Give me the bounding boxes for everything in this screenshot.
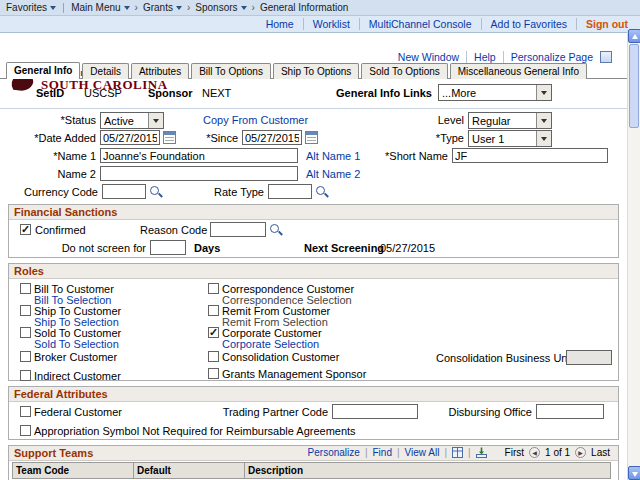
sponsor-general-information-page: Favorites Main Menu Grants Sponsors Gene…	[0, 0, 640, 480]
reason-code-input[interactable]	[210, 222, 266, 237]
confirmed-checkbox[interactable]	[20, 224, 31, 235]
grid-bar-divider: |	[444, 447, 447, 458]
status-value: Active	[101, 115, 148, 127]
breadcrumb-sponsors[interactable]: Sponsors	[195, 2, 246, 13]
tab-attributes[interactable]: Attributes	[131, 63, 189, 79]
indirect-customer-checkbox[interactable]	[20, 370, 31, 381]
rate-type-lookup-icon[interactable]	[315, 185, 328, 198]
scroll-up-icon[interactable]	[628, 29, 640, 43]
alt-name1-link[interactable]: Alt Name 1	[306, 150, 360, 162]
date-added-label: *Date Added	[18, 132, 96, 144]
setid-value: USCSP	[84, 87, 122, 99]
download-icon[interactable]	[476, 447, 487, 458]
column-header-team-code[interactable]: Team Code	[12, 462, 134, 479]
general-info-links-select[interactable]: ...More	[438, 84, 552, 101]
add-to-favorites-link[interactable]: Add to Favorites	[481, 18, 567, 30]
main-menu[interactable]: Main Menu	[71, 2, 129, 13]
sold-to-selection-link[interactable]: Sold To Selection	[34, 338, 119, 350]
grants-management-sponsor-label: Grants Management Sponsor	[222, 368, 366, 380]
calendar-icon[interactable]	[305, 131, 318, 144]
sponsor-value: NEXT	[202, 87, 231, 99]
select-arrow-icon	[148, 113, 163, 128]
tab-misc-general-info[interactable]: Miscellaneous General Info	[450, 63, 587, 79]
scrollbar-thumb[interactable]	[629, 44, 639, 128]
favorites-label: Favorites	[6, 2, 47, 13]
grants-management-sponsor-checkbox[interactable]	[208, 368, 219, 379]
page-menu-icon[interactable]	[600, 51, 612, 63]
grid-bar-divider: |	[397, 447, 400, 458]
corporate-selection-link[interactable]: Corporate Selection	[222, 338, 319, 350]
rate-type-label: Rate Type	[204, 186, 264, 198]
main-menu-label: Main Menu	[71, 2, 120, 13]
alt-name2-link[interactable]: Alt Name 2	[306, 168, 360, 180]
breadcrumb-current-page: General Information	[260, 2, 348, 13]
personalize-link[interactable]: Personalize	[308, 447, 360, 458]
tab-sold-to-options[interactable]: Sold To Options	[361, 63, 447, 79]
appropriation-symbol-label: Appropriation Symbol Not Required for Re…	[34, 425, 356, 437]
grid-bar-divider: |	[365, 447, 368, 458]
calendar-icon[interactable]	[163, 131, 176, 144]
federal-customer-checkbox[interactable]	[20, 406, 31, 417]
date-added-input[interactable]	[100, 130, 160, 145]
select-arrow-icon	[536, 113, 551, 128]
trading-partner-code-label: Trading Partner Code	[210, 406, 328, 418]
reason-code-lookup-icon[interactable]	[269, 223, 282, 236]
setid-label: SetID	[36, 87, 64, 99]
breadcrumb-grants[interactable]: Grants	[143, 2, 182, 13]
sold-to-customer-checkbox[interactable]	[20, 327, 31, 338]
trading-partner-code-input[interactable]	[332, 404, 418, 419]
find-link[interactable]: Find	[372, 447, 391, 458]
appropriation-symbol-checkbox[interactable]	[20, 425, 31, 436]
next-screening-label: Next Screening	[304, 242, 384, 254]
currency-lookup-icon[interactable]	[149, 185, 162, 198]
vertical-scrollbar[interactable]	[627, 29, 640, 480]
name2-label: Name 2	[30, 168, 96, 180]
worklist-link[interactable]: Worklist	[303, 18, 350, 30]
column-header-description[interactable]: Description	[244, 462, 611, 479]
bill-to-customer-checkbox[interactable]	[20, 283, 31, 294]
short-name-input[interactable]	[452, 148, 608, 163]
tab-bill-to-options[interactable]: Bill To Options	[191, 63, 271, 79]
zoom-grid-icon[interactable]	[452, 447, 463, 458]
since-input[interactable]	[242, 130, 302, 145]
disbursing-office-input[interactable]	[536, 404, 604, 419]
status-select[interactable]: Active	[100, 112, 164, 129]
federal-attributes-title: Federal Attributes	[14, 388, 108, 400]
tab-ship-to-options[interactable]: Ship To Options	[273, 63, 359, 79]
broker-customer-checkbox[interactable]	[20, 351, 31, 362]
consolidation-customer-checkbox[interactable]	[208, 351, 219, 362]
name1-input[interactable]	[100, 148, 298, 163]
ship-to-customer-checkbox[interactable]	[20, 305, 31, 316]
currency-code-input[interactable]	[102, 184, 146, 199]
column-header-default[interactable]: Default	[133, 462, 245, 479]
status-label: *Status	[30, 114, 96, 126]
sign-out-link[interactable]: Sign out	[576, 18, 628, 30]
section-divider	[0, 108, 627, 109]
multichannel-console-link[interactable]: MultiChannel Console	[359, 18, 472, 30]
favorites-menu[interactable]: Favorites	[6, 2, 56, 13]
corporate-customer-checkbox[interactable]	[208, 327, 219, 338]
select-arrow-icon	[536, 131, 551, 146]
tab-general-info[interactable]: General Info	[6, 62, 80, 79]
correspondence-customer-checkbox[interactable]	[208, 283, 219, 294]
do-not-screen-input[interactable]	[150, 240, 186, 255]
name2-input[interactable]	[100, 166, 298, 181]
breadcrumb: Favorites Main Menu Grants Sponsors Gene…	[0, 0, 640, 16]
rate-type-input[interactable]	[268, 184, 312, 199]
type-select[interactable]: User 1	[468, 130, 552, 147]
copy-from-customer-link[interactable]: Copy From Customer	[203, 114, 308, 126]
first-page-arrow-icon[interactable]: ◀	[529, 447, 540, 458]
grants-label: Grants	[143, 2, 173, 13]
last-page-arrow-icon[interactable]: ▶	[575, 447, 586, 458]
roles-title: Roles	[14, 265, 44, 277]
remit-from-customer-checkbox[interactable]	[208, 305, 219, 316]
general-info-links-value: ...More	[439, 87, 536, 99]
next-screening-value: 05/27/2015	[380, 242, 435, 254]
since-label: *Since	[190, 132, 238, 144]
scroll-down-icon[interactable]	[628, 466, 640, 480]
home-link[interactable]: Home	[257, 18, 294, 30]
financial-sanctions-title: Financial Sanctions	[14, 206, 117, 218]
view-all-link[interactable]: View All	[405, 447, 440, 458]
tab-details[interactable]: Details	[82, 63, 129, 79]
level-select[interactable]: Regular	[468, 112, 552, 129]
